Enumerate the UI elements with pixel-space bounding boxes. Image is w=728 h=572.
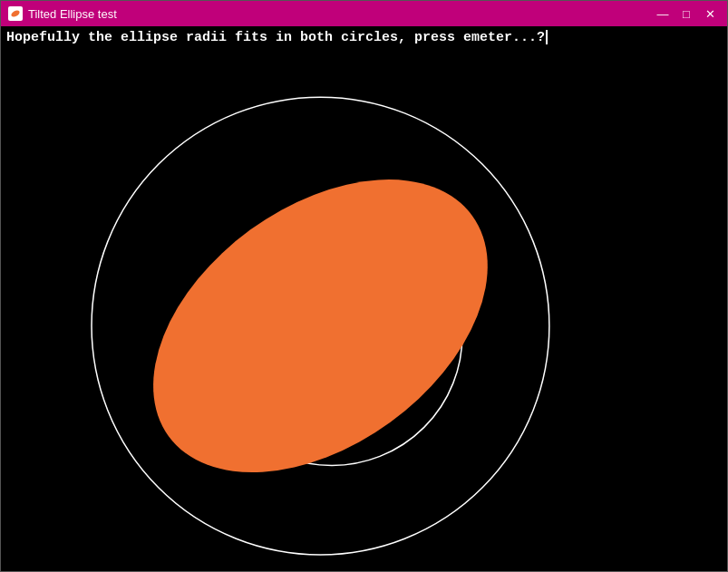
title-bar: Tilted Ellipse test — □ ✕ (1, 1, 727, 26)
main-content: Hopefully the ellipse radii fits in both… (1, 26, 727, 571)
minimize-button[interactable]: — (653, 5, 673, 23)
drawing-canvas (1, 26, 727, 571)
close-button[interactable]: ✕ (700, 5, 720, 23)
app-window: Tilted Ellipse test — □ ✕ Hopefully the … (0, 0, 728, 572)
window-controls: — □ ✕ (653, 5, 720, 23)
svg-point-0 (10, 9, 21, 18)
window-title: Tilted Ellipse test (28, 7, 117, 21)
prompt-label: Hopefully the ellipse radii fits in both… (1, 26, 727, 49)
app-icon (8, 6, 23, 21)
title-bar-left: Tilted Ellipse test (8, 6, 117, 21)
maximize-button[interactable]: □ (676, 5, 696, 23)
text-cursor (546, 30, 548, 44)
